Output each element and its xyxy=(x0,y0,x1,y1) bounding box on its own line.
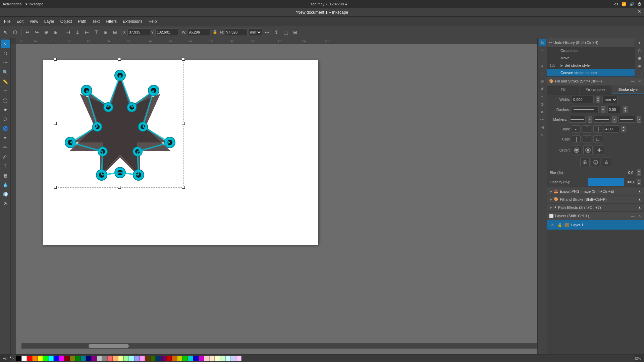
unit-select[interactable]: mm px cm in xyxy=(248,28,262,36)
width-down-button[interactable]: ▼ xyxy=(596,100,600,103)
calligraphy-tool-button[interactable]: 🖋 xyxy=(1,152,10,161)
y-input[interactable] xyxy=(155,28,178,36)
stroke-paint-tab[interactable]: Stroke paint xyxy=(580,85,612,94)
menu-path[interactable]: Path xyxy=(75,18,89,25)
undo-item-create-star[interactable]: Create star xyxy=(547,47,644,54)
undo-item-set-stroke[interactable]: 188 ▶ Set stroke style xyxy=(547,62,644,69)
layer-visibility-icon[interactable]: 👁 xyxy=(550,222,555,228)
color-dark-green[interactable] xyxy=(75,356,80,361)
fill-stroke-close-button[interactable]: ✕ xyxy=(637,78,642,84)
mid-marker-select[interactable] xyxy=(594,116,610,123)
snap-midpoint-button[interactable]: ⊙ xyxy=(539,101,546,108)
snap-extra-2[interactable]: ⬡ xyxy=(636,47,643,54)
spiral-tool-button[interactable]: 🌀 xyxy=(1,124,10,133)
color-very-light-blue[interactable] xyxy=(231,356,236,361)
cap-butt-button[interactable]: | xyxy=(572,135,581,143)
mid-marker-dropdown[interactable]: ▼ xyxy=(612,116,616,123)
color-dark-blue[interactable] xyxy=(156,356,161,361)
canvas-content[interactable] xyxy=(16,44,537,349)
color-gray[interactable] xyxy=(102,356,107,361)
menu-help[interactable]: Help xyxy=(146,18,160,25)
order-markers-button[interactable] xyxy=(595,145,604,155)
snap-node-button[interactable]: ◦ xyxy=(539,47,546,54)
x-input[interactable] xyxy=(127,28,150,36)
snap-bbox-button[interactable]: □ xyxy=(539,54,546,62)
color-magenta[interactable] xyxy=(59,356,64,361)
close-window-button[interactable]: ✕ xyxy=(637,9,641,14)
color-light-red[interactable] xyxy=(107,356,113,361)
color-medium-magenta[interactable] xyxy=(199,356,204,361)
color-silver[interactable] xyxy=(97,356,102,361)
rect-tool-button[interactable]: ▭ xyxy=(1,86,10,95)
snap-extra-4[interactable]: ⊕ xyxy=(636,62,643,70)
color-very-light-red[interactable] xyxy=(204,356,209,361)
layer-lock-icon[interactable]: 🔓 xyxy=(557,222,562,228)
color-very-light-green[interactable] xyxy=(220,356,225,361)
dashes-down-button[interactable]: ▼ xyxy=(623,110,628,113)
order-fill-stroke-markers-button[interactable]: F xyxy=(580,158,590,167)
join-round-button[interactable]: ⌒ xyxy=(583,125,591,133)
horizontal-scrollbar[interactable] xyxy=(21,343,537,349)
color-light-cyan[interactable] xyxy=(129,356,134,361)
path-effects-header[interactable]: ▶ ✦ Path Effects (Shift+Ctrl+7) ▲ xyxy=(547,203,644,212)
color-purple[interactable] xyxy=(91,356,97,361)
cap-square-button[interactable]: □ xyxy=(593,135,602,143)
color-yellow[interactable] xyxy=(38,356,43,361)
color-very-light-magenta[interactable] xyxy=(236,356,241,361)
snap-path-button[interactable]: 〰 xyxy=(539,116,546,123)
color-orange[interactable] xyxy=(32,356,38,361)
color-medium-blue[interactable] xyxy=(193,356,199,361)
color-light-blue[interactable] xyxy=(134,356,140,361)
color-black[interactable] xyxy=(16,356,21,361)
width-up-button[interactable]: ▲ xyxy=(596,96,600,100)
dashes-dropdown-button[interactable]: ▼ xyxy=(601,106,605,113)
width-input[interactable] xyxy=(572,96,594,103)
fill-stroke2-header[interactable]: ▶ 🎨 Fill and Stroke (Shift+Ctrl+F) ▲ xyxy=(547,195,644,203)
blur-down-button[interactable]: ▼ xyxy=(637,173,641,176)
start-marker-select[interactable] xyxy=(569,116,586,123)
color-very-light-yellow[interactable] xyxy=(215,356,220,361)
select-tool-button[interactable]: ↖ xyxy=(1,28,10,37)
transform-button[interactable]: ⬚ xyxy=(281,28,290,37)
snap-grid-button[interactable]: # xyxy=(539,62,546,69)
join-miter-button[interactable]: ⌐ xyxy=(572,125,581,133)
menu-edit[interactable]: Edit xyxy=(14,18,26,25)
star-tool-button[interactable]: ★ xyxy=(1,105,10,114)
export-png-header[interactable]: ▶ 📤 Export PNG Image (Shift+Ctrl+E) ▲ xyxy=(547,187,644,195)
color-dark-yellow[interactable] xyxy=(177,356,182,361)
dropper-tool-button[interactable]: 💧 xyxy=(1,180,10,189)
zoom-tool-button[interactable]: 🔍 xyxy=(1,68,10,76)
zoom-selection-button[interactable]: ⊞ xyxy=(51,28,60,37)
opacity-up-button[interactable]: ▲ xyxy=(637,179,641,182)
lock-aspect-button[interactable]: 🔓 xyxy=(211,28,219,37)
menu-file[interactable]: File xyxy=(1,18,13,25)
snap-page-button[interactable]: ⊞ xyxy=(539,77,546,85)
menu-view[interactable]: View xyxy=(27,18,41,25)
hscroll-thumb[interactable] xyxy=(89,344,129,348)
snap-tan-button[interactable]: ∿ xyxy=(539,131,546,139)
color-light-magenta[interactable] xyxy=(140,356,145,361)
opacity-bar-container[interactable] xyxy=(588,178,624,186)
color-medium-green[interactable] xyxy=(182,356,188,361)
layers-close-button[interactable]: ✕ xyxy=(637,213,642,219)
node-tool-button[interactable]: ⬡ xyxy=(11,28,19,37)
snap-perp-button[interactable]: ⊣ xyxy=(539,124,546,131)
menu-filters[interactable]: Filters xyxy=(103,18,119,25)
pen-tool-button[interactable]: ✒ xyxy=(1,133,10,142)
color-dark-olive[interactable] xyxy=(150,356,156,361)
align-right-button[interactable]: ⊢ xyxy=(83,28,91,37)
menu-text[interactable]: Text xyxy=(90,18,102,25)
w-input[interactable] xyxy=(187,28,210,36)
layer-item-1[interactable]: 👁 🔓 Layer 1 xyxy=(547,220,644,230)
color-brown[interactable] xyxy=(145,356,150,361)
color-very-light-orange[interactable] xyxy=(209,356,215,361)
align-center-h-button[interactable]: ⊥ xyxy=(73,28,82,37)
undo-item-convert-stroke[interactable]: Convert stroke to path xyxy=(547,69,644,76)
node-edit-button[interactable]: ⬡ xyxy=(1,49,10,58)
color-light-yellow[interactable] xyxy=(118,356,123,361)
text-tool-button[interactable]: T xyxy=(1,162,10,170)
color-dark-orange[interactable] xyxy=(172,356,177,361)
color-olive[interactable] xyxy=(70,356,75,361)
color-blue[interactable] xyxy=(54,356,59,361)
h-input[interactable] xyxy=(225,28,248,36)
